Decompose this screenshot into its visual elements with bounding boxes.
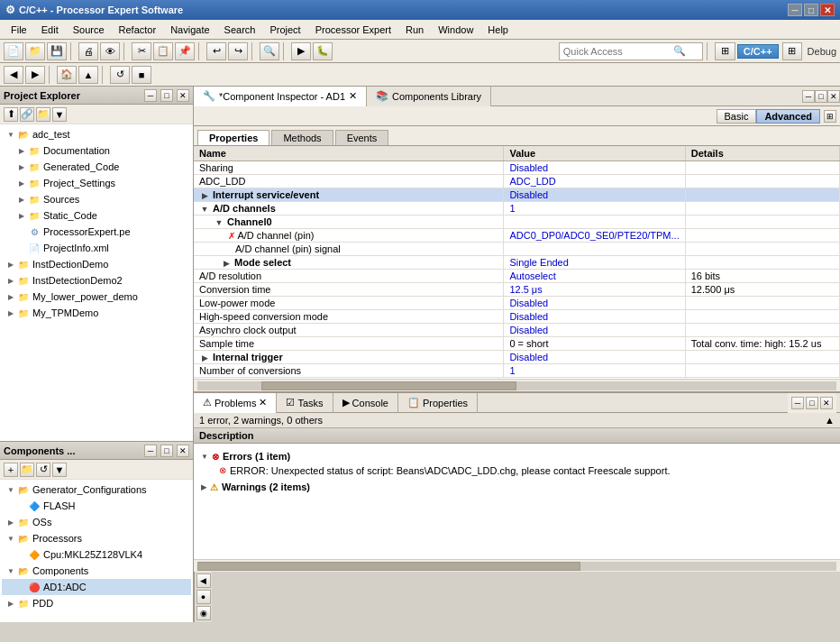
next-button[interactable]: ▶ bbox=[25, 66, 45, 84]
tab-properties[interactable]: Properties bbox=[197, 130, 269, 145]
prop-value-conv-time[interactable]: 12.5 μs bbox=[504, 283, 685, 297]
tree-item-gen-config[interactable]: ▼ 📂 Generator_Configurations bbox=[2, 482, 191, 498]
prop-value-internal-trigger[interactable]: Disabled bbox=[504, 351, 685, 364]
bottom-minimize-btn[interactable]: ─ bbox=[791, 397, 804, 409]
expand-arrow-lp[interactable]: ▶ bbox=[5, 293, 16, 301]
cpp-perspective-badge[interactable]: C/C++ bbox=[737, 44, 779, 59]
hscroll-bar[interactable] bbox=[197, 381, 836, 390]
comp-close-button[interactable]: ✕ bbox=[177, 445, 189, 457]
tree-item-tpm-demo[interactable]: ▶ 📁 My_TPMDemo bbox=[2, 305, 191, 321]
tree-item-lower-power[interactable]: ▶ 📁 My_lower_power_demo bbox=[2, 289, 191, 305]
expand-channel0[interactable]: ▼ bbox=[214, 218, 224, 227]
undo-button[interactable]: ↩ bbox=[206, 42, 226, 60]
stop-button[interactable]: ■ bbox=[132, 66, 151, 84]
close-button[interactable]: ✕ bbox=[820, 4, 835, 16]
tree-item-inst-dection[interactable]: ▶ 📁 InstDectionDemo bbox=[2, 256, 191, 272]
prop-value-interrupt[interactable]: Disabled bbox=[504, 188, 685, 202]
maximize-panel-button[interactable]: □ bbox=[160, 89, 173, 102]
perspective-button[interactable]: ⊞ bbox=[715, 42, 735, 60]
tree-item-inst-detection2[interactable]: ▶ 📁 InstDetectionDemo2 bbox=[2, 272, 191, 289]
rs-btn-3[interactable]: ◉ bbox=[196, 606, 211, 620]
quick-access-search[interactable]: 🔍 bbox=[559, 42, 703, 60]
row-num-conversions[interactable]: Number of conversions 1 bbox=[194, 364, 840, 378]
tree-item-generated-code[interactable]: ▶ 📁 Generated_Code bbox=[2, 159, 191, 175]
components-tree[interactable]: ▼ 📂 Generator_Configurations 🔷 FLASH ▶ 📁… bbox=[0, 480, 193, 622]
menu-search[interactable]: Search bbox=[217, 23, 263, 37]
comp-new-button[interactable]: + bbox=[4, 463, 18, 477]
menu-navigate[interactable]: Navigate bbox=[163, 23, 216, 37]
minimize-panel-button[interactable]: ─ bbox=[144, 89, 157, 102]
tab-methods[interactable]: Methods bbox=[271, 130, 333, 145]
prop-value-high-speed[interactable]: Disabled bbox=[504, 310, 685, 324]
perspective-settings[interactable]: ⊞ bbox=[782, 42, 802, 60]
expand-arrow-gc[interactable]: ▼ bbox=[5, 486, 16, 494]
tree-item-sources[interactable]: ▶ 📁 Sources bbox=[2, 191, 191, 207]
new-button[interactable]: 📄 bbox=[4, 42, 23, 60]
close-problems-tab[interactable]: ✕ bbox=[259, 397, 267, 408]
collapse-all-button[interactable]: ⬆ bbox=[4, 107, 18, 122]
row-internal-trigger[interactable]: ▶ Internal trigger Disabled bbox=[194, 351, 840, 364]
expand-internal-trigger[interactable]: ▶ bbox=[199, 353, 210, 362]
prop-value-sample-time[interactable]: 0 = short bbox=[504, 337, 685, 351]
expand-arrow-sc[interactable]: ▶ bbox=[16, 212, 27, 220]
row-ad-channel-signal[interactable]: A/D channel (pin) signal bbox=[194, 243, 840, 256]
expand-arrow-pdd[interactable]: ▶ bbox=[5, 600, 16, 608]
basic-button[interactable]: Basic bbox=[717, 109, 757, 124]
refresh-button[interactable]: ↺ bbox=[110, 66, 130, 84]
bottom-close-btn[interactable]: ✕ bbox=[820, 397, 833, 409]
bottom-hscroll-bar[interactable] bbox=[197, 562, 836, 571]
warnings-expand-icon[interactable]: ▶ bbox=[201, 483, 206, 491]
redo-button[interactable]: ↪ bbox=[228, 42, 248, 60]
print-button[interactable]: 🖨 bbox=[78, 42, 98, 60]
prop-value-ad-pin[interactable]: ADC0_DP0/ADC0_SE0/PTE20/TPM... bbox=[504, 229, 685, 243]
row-asynchro-clock[interactable]: Asynchro clock output Disabled bbox=[194, 324, 840, 337]
rs-btn-1[interactable]: ◀ bbox=[196, 573, 211, 588]
build-button[interactable]: ▶ bbox=[291, 42, 311, 60]
menu-source[interactable]: Source bbox=[66, 23, 112, 37]
bottom-maximize-btn[interactable]: □ bbox=[806, 397, 818, 409]
menu-help[interactable]: Help bbox=[480, 23, 516, 37]
comp-refresh-button[interactable]: ↺ bbox=[36, 463, 50, 477]
new-folder-button[interactable]: 📁 bbox=[36, 107, 50, 122]
property-table[interactable]: Name Value Details Sharing Disabled bbox=[194, 146, 840, 379]
expand-arrow-adc-test[interactable]: ▼ bbox=[5, 131, 16, 139]
advanced-button[interactable]: Advanced bbox=[756, 109, 820, 124]
row-high-speed[interactable]: High-speed conversion mode Disabled bbox=[194, 310, 840, 324]
prop-value-low-power[interactable]: Disabled bbox=[504, 297, 685, 310]
expand-arrow-tpm[interactable]: ▶ bbox=[5, 309, 16, 317]
preview-button[interactable]: 👁 bbox=[100, 42, 120, 60]
error-item-1[interactable]: ⊗ ERROR: Unexpected status of script: Be… bbox=[201, 463, 833, 478]
project-tree[interactable]: ▼ 📂 adc_test ▶ 📁 Documentation ▶ 📁 Gener… bbox=[0, 124, 193, 441]
menu-edit[interactable]: Edit bbox=[34, 23, 66, 37]
problems-content[interactable]: ▼ ⊗ Errors (1 item) ⊗ ERROR: Unexpected … bbox=[194, 444, 840, 559]
inspector-layout-btn[interactable]: ⊞ bbox=[824, 110, 836, 123]
tree-item-documentation[interactable]: ▶ 📁 Documentation bbox=[2, 142, 191, 159]
home-button[interactable]: 🏠 bbox=[57, 66, 77, 84]
editor-minimize-btn[interactable]: ─ bbox=[802, 90, 815, 103]
expand-mode-select[interactable]: ▶ bbox=[221, 259, 232, 268]
editor-maximize-btn[interactable]: □ bbox=[815, 90, 827, 103]
row-sample-time[interactable]: Sample time 0 = short Total conv. time: … bbox=[194, 337, 840, 351]
menu-refactor[interactable]: Refactor bbox=[112, 23, 164, 37]
quick-access-input[interactable] bbox=[563, 46, 671, 57]
expand-ad-channels[interactable]: ▼ bbox=[199, 205, 210, 214]
row-adc-ldd[interactable]: ADC_LDD ADC_LDD bbox=[194, 175, 840, 188]
tab-events[interactable]: Events bbox=[335, 130, 389, 145]
expand-arrow-oss[interactable]: ▶ bbox=[5, 518, 16, 527]
tree-item-projectinfo[interactable]: 📄 ProjectInfo.xml bbox=[2, 240, 191, 256]
debug-button[interactable]: 🐛 bbox=[313, 42, 333, 60]
row-mode-select[interactable]: ▶ Mode select Single Ended bbox=[194, 256, 840, 270]
comp-menu-button[interactable]: ▼ bbox=[52, 463, 67, 477]
row-ad-channels[interactable]: ▼ A/D channels 1 bbox=[194, 202, 840, 216]
bottom-hscroll[interactable] bbox=[194, 559, 840, 572]
expand-arrow-proc[interactable]: ▼ bbox=[5, 535, 16, 543]
prop-value-mode-select[interactable]: Single Ended bbox=[504, 256, 685, 270]
row-ad-resolution[interactable]: A/D resolution Autoselect 16 bits bbox=[194, 270, 840, 283]
prev-button[interactable]: ◀ bbox=[4, 66, 23, 84]
tree-item-flash[interactable]: 🔷 FLASH bbox=[2, 498, 191, 514]
menu-run[interactable]: Run bbox=[398, 23, 431, 37]
hscroll-thumb[interactable] bbox=[261, 381, 517, 390]
expand-arrow-id[interactable]: ▶ bbox=[5, 261, 16, 269]
row-sharing[interactable]: Sharing Disabled bbox=[194, 161, 840, 175]
prop-value-num-conv[interactable]: 1 bbox=[504, 364, 685, 378]
